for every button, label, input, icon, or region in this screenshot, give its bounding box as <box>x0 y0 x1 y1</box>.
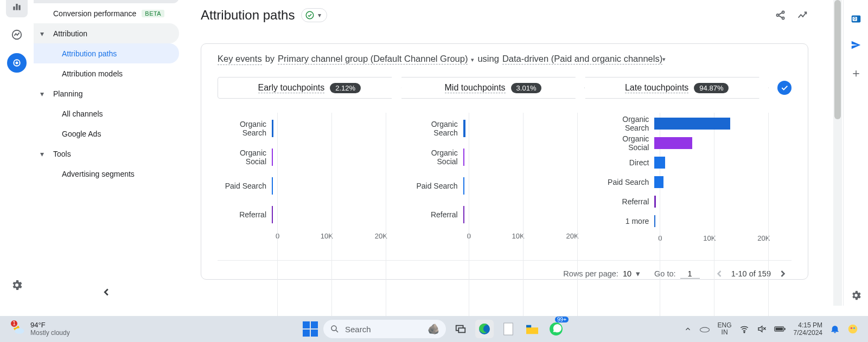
goto-label: Go to: <box>654 269 676 278</box>
rpp-value: 10 <box>623 269 631 278</box>
whatsapp-icon[interactable]: 99+ <box>547 320 565 338</box>
sidebar-item-tools[interactable]: ▾ Tools <box>34 144 179 164</box>
goto-page[interactable]: Go to: 1 <box>654 269 700 279</box>
report-card: Key events by Primary channel group (Def… <box>201 43 808 280</box>
sidebar-item-attribution-models[interactable]: Attribution models <box>34 63 179 83</box>
sidebar-item-google-ads[interactable]: Google Ads <box>34 124 179 144</box>
tray-chevron-icon[interactable] <box>684 325 692 333</box>
notepad-icon[interactable] <box>499 320 518 338</box>
sidebar-item-all-channels[interactable]: All channels <box>34 104 179 124</box>
bar <box>463 206 464 223</box>
file-explorer-icon[interactable] <box>523 320 541 338</box>
tab-early-touchpoints[interactable]: Early touchpoints 2.12% <box>218 77 401 99</box>
pagination-bar: Rows per page: 10 ▾ Go to: 1 1-10 of 159 <box>218 260 792 279</box>
bar <box>272 177 273 195</box>
search-icon <box>330 324 340 334</box>
prev-page-icon[interactable] <box>714 268 725 279</box>
bar-label: Organic Search <box>409 120 463 137</box>
rows-per-page[interactable]: Rows per page: 10 ▾ <box>563 269 640 278</box>
filter-dimension[interactable]: Primary channel group (Default Channel G… <box>278 54 468 64</box>
filter-model[interactable]: Data-driven (Paid and organic channels) <box>502 54 662 64</box>
sidebar-label: Conversion performance <box>53 9 136 18</box>
left-icon-rail <box>0 0 34 306</box>
onedrive-icon[interactable] <box>699 325 710 333</box>
reports-icon[interactable] <box>6 0 28 17</box>
notif-badge: 99+ <box>555 317 569 322</box>
explore-icon[interactable] <box>6 24 28 46</box>
bar <box>654 176 663 188</box>
filter-text: by <box>265 54 275 64</box>
goto-value: 1 <box>680 269 700 279</box>
bar <box>463 177 464 195</box>
volume-muted-icon[interactable] <box>757 324 767 334</box>
vertical-scrollbar[interactable] <box>833 0 842 306</box>
sidebar-item-conversion-performance[interactable]: Conversion performance BETA <box>34 3 179 23</box>
bar-label: Direct <box>600 158 654 167</box>
taskbar-right: ENG IN 4:15 PM 7/24/2024 <box>684 321 868 337</box>
filter-key-events[interactable]: Key events <box>218 54 262 65</box>
chart-late: Organic Search Organic Social Direct Pai… <box>600 106 792 258</box>
admin-settings-icon[interactable] <box>6 274 28 296</box>
clock-time: 4:15 PM <box>794 321 822 329</box>
weather-temp: 94°F <box>30 321 70 329</box>
bar-label: Referral <box>600 197 654 206</box>
chevron-down-icon[interactable]: ▾ <box>471 56 474 63</box>
taskbar-clock[interactable]: 4:15 PM 7/24/2024 <box>794 321 822 337</box>
svg-point-27 <box>848 325 858 334</box>
rpp-label: Rows per page: <box>563 269 618 278</box>
right-rail: O ＋ <box>843 0 868 306</box>
start-button[interactable] <box>303 321 318 337</box>
chevron-down-icon[interactable]: ▾ <box>662 56 666 62</box>
copilot-icon[interactable] <box>847 324 858 334</box>
chevron-down-icon: ▾ <box>318 11 321 19</box>
header-actions <box>775 9 808 21</box>
filter-line: Key events by Primary channel group (Def… <box>218 54 792 65</box>
insights-icon[interactable] <box>796 9 808 21</box>
sidebar-item-advertising-segments[interactable]: Advertising segments <box>34 164 179 184</box>
advertising-icon[interactable] <box>6 52 28 74</box>
send-icon[interactable] <box>850 39 862 51</box>
gear-icon[interactable] <box>850 289 862 301</box>
tab-mid-touchpoints[interactable]: Mid touchpoints 3.01% <box>401 77 585 99</box>
battery-icon[interactable] <box>774 325 786 333</box>
notifications-icon[interactable] <box>830 324 840 334</box>
scrollbar-thumb[interactable] <box>834 0 841 119</box>
sidebar-label: Attribution <box>53 29 87 38</box>
bar-label: Organic Search <box>600 115 654 132</box>
check-circle-icon <box>305 10 315 20</box>
svg-point-5 <box>16 62 17 63</box>
chevron-down-icon: ▾ <box>636 269 640 278</box>
caret-down-icon: ▾ <box>40 89 49 98</box>
search-deco-icon: 🪨 <box>427 323 439 335</box>
status-pill[interactable]: ▾ <box>301 8 327 22</box>
bar-label: Paid Search <box>600 178 654 186</box>
svg-point-23 <box>744 332 745 333</box>
sidebar-item-attribution[interactable]: ▾ Attribution <box>34 23 179 43</box>
svg-rect-19 <box>504 323 513 335</box>
taskbar-weather[interactable]: 1 94°F Mostly cloudy <box>0 321 70 337</box>
task-view-icon[interactable] <box>451 320 470 338</box>
collapse-sidebar-icon[interactable] <box>100 286 112 298</box>
page-title: Attribution paths <box>201 8 295 23</box>
tab-percent: 2.12% <box>330 83 361 93</box>
wifi-icon[interactable] <box>739 324 749 334</box>
sidebar-item-planning[interactable]: ▾ Planning <box>34 83 179 104</box>
share-icon[interactable] <box>775 9 787 21</box>
weather-icon: 1 <box>11 321 26 337</box>
outlook-icon[interactable]: O <box>850 13 862 25</box>
language-indicator[interactable]: ENG IN <box>718 322 732 336</box>
next-page-icon[interactable] <box>777 268 788 279</box>
tab-percent: 3.01% <box>511 83 542 93</box>
taskbar-search[interactable]: Search 🪨 <box>323 320 446 338</box>
edge-icon[interactable] <box>475 320 494 338</box>
tab-late-touchpoints[interactable]: Late touchpoints 94.87% <box>585 77 769 99</box>
page-range: 1-10 of 159 <box>731 269 771 278</box>
sidebar-label: Advertising segments <box>62 170 135 178</box>
add-icon[interactable]: ＋ <box>850 65 862 81</box>
sidebar-item-attribution-paths[interactable]: Attribution paths <box>34 43 179 63</box>
svg-point-29 <box>853 327 855 329</box>
apply-check-icon[interactable] <box>777 81 792 95</box>
svg-point-9 <box>782 17 784 19</box>
svg-point-6 <box>307 11 314 19</box>
tab-percent: 94.87% <box>694 83 729 93</box>
